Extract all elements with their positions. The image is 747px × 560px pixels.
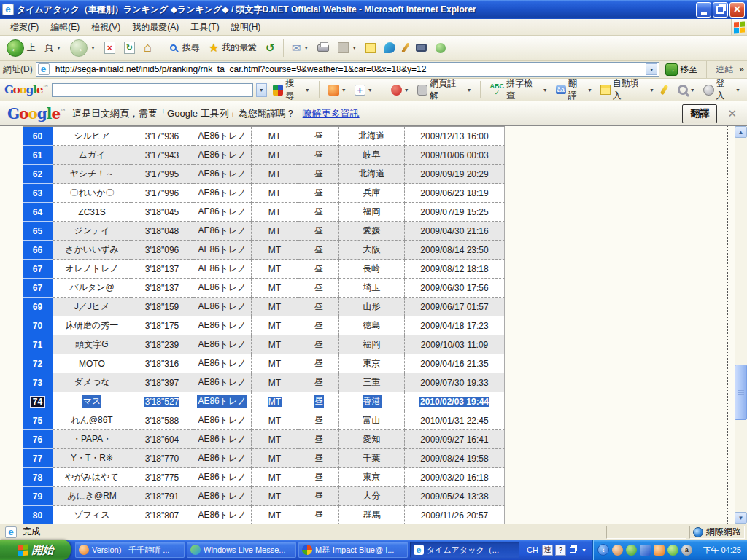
table-row[interactable]: 64ZC31S3'18"045AE86トレノMT昼福岡2009/07/19 15… [23, 203, 505, 222]
table-row[interactable]: 65ジンテイ3'18"048AE86トレノMT昼愛媛2009/04/30 21:… [23, 222, 505, 241]
back-button[interactable]: 上一頁 ▼ [3, 38, 65, 58]
go-button[interactable]: 移至 [662, 63, 700, 77]
taskbar-clock[interactable]: 下午 04:25 [703, 545, 741, 556]
translate-caret-icon[interactable]: ▼ [587, 88, 592, 93]
google-search-button[interactable]: 搜尋 ▼ [271, 76, 312, 104]
scrollbar-thumb[interactable] [735, 365, 747, 420]
forward-button[interactable]: ▼ [66, 38, 99, 58]
language-band[interactable]: CH 速? ▼ [527, 545, 587, 556]
table-row[interactable]: 60シルヒア3'17"936AE86トレノMT昼北海道2009/12/13 16… [23, 127, 505, 146]
home-button[interactable] [140, 39, 155, 57]
table-row[interactable]: 66さかいいずみ3'18"096AE86トレノMT昼大阪2009/08/14 2… [23, 241, 505, 260]
search-button[interactable]: 搜尋 [165, 40, 204, 55]
add-caret-icon[interactable]: ▼ [368, 88, 373, 93]
table-row[interactable]: 67オレノトレノ3'18"137AE86トレノMT昼長崎2009/08/12 1… [23, 260, 505, 279]
sidewiki-caret-icon[interactable]: ▼ [467, 88, 472, 93]
mail-button[interactable]: ▼ [288, 40, 313, 56]
language-restore-icon[interactable] [570, 547, 576, 553]
ttplayer-cat-icon[interactable] [654, 545, 665, 556]
table-row[interactable]: 74マス3'18"527AE86トレノMT昼香港2010/02/03 19:44 [23, 392, 505, 411]
pet-tool-button[interactable] [432, 42, 449, 55]
back-dropdown-icon[interactable]: ▼ [56, 45, 61, 50]
popup-blocker-button[interactable]: ▼ [389, 83, 411, 97]
bookmarks-caret-icon[interactable]: ▼ [341, 88, 347, 93]
task-button[interactable]: Version) - 千千静听 ... [75, 542, 185, 558]
minimize-button[interactable] [696, 2, 711, 18]
table-row[interactable]: 73ダメつな3'18"397AE86トレノMT昼三重2009/07/30 19:… [23, 373, 505, 392]
pen-tool-button[interactable] [400, 41, 411, 55]
notify-close-icon[interactable]: ✕ [724, 107, 740, 120]
table-row[interactable]: 70床研磨の秀一3'18"175AE86トレノMT昼徳島2009/04/18 1… [23, 316, 505, 335]
edit-button[interactable]: ▼ [334, 41, 360, 55]
refresh-button[interactable] [120, 40, 139, 55]
windows-update-icon[interactable] [640, 545, 651, 556]
autofill-button[interactable]: 自動填入 ▼ [598, 76, 657, 104]
address-url[interactable]: http://sega-initiald.net/inid5/p/ranking… [55, 64, 643, 74]
vertical-scrollbar[interactable]: ▲ ▼ [735, 126, 747, 524]
menu-item[interactable]: 檢視(V) [85, 19, 126, 36]
discuss-button[interactable] [362, 42, 379, 55]
task-button[interactable]: タイムアタック（... [410, 542, 519, 558]
learn-more-link[interactable]: 瞭解更多資訊 [303, 107, 360, 120]
table-row[interactable]: 75れん@86T3'18"588AE86トレノMT昼富山2010/01/31 2… [23, 411, 505, 430]
translate-tool-button[interactable]: àa 翻譯 ▼ [554, 76, 595, 104]
scroll-up-icon[interactable]: ▲ [735, 126, 747, 138]
menu-item[interactable]: 說明(H) [225, 19, 267, 36]
table-row[interactable]: 80ゾフィス3'18"807AE86トレノMT昼群馬2009/11/26 20:… [23, 506, 505, 524]
research-button[interactable] [412, 42, 430, 53]
table-row[interactable]: 63〇れいか〇3'17"996AE86トレノMT昼兵庫2009/06/23 18… [23, 184, 505, 203]
edit-dropdown-icon[interactable]: ▼ [352, 45, 357, 50]
options-caret-icon[interactable]: ▼ [690, 88, 695, 93]
highlighter-button[interactable] [660, 83, 668, 96]
mail-dropdown-icon[interactable]: ▼ [303, 45, 309, 50]
autofill-caret-icon[interactable]: ▼ [649, 88, 654, 93]
restore-button[interactable] [713, 2, 728, 18]
toolbar-options-button[interactable]: ▼ [676, 83, 697, 96]
table-row[interactable]: 79あにき@RM3'18"791AE86トレノMT昼大分2009/05/24 1… [23, 487, 505, 506]
sidewiki-button[interactable]: 網頁註解 ▼ [415, 76, 474, 104]
table-row[interactable]: 76・PAPA・3'18"604AE86トレノMT昼愛知2009/09/27 1… [23, 430, 505, 449]
print-button[interactable] [314, 43, 333, 53]
menu-item[interactable]: 檔案(F) [4, 19, 44, 36]
google-search-dropdown-icon[interactable]: ▼ [256, 83, 267, 97]
green-ball-icon[interactable] [667, 545, 678, 556]
spellcheck-button[interactable]: ABC✓ 拼字檢查 ▼ [487, 76, 549, 104]
messenger-status-icon[interactable] [626, 545, 637, 556]
table-row[interactable]: 71頭文字G3'18"239AE86トレノMT昼福岡2009/10/03 11:… [23, 335, 505, 354]
spellcheck-caret-icon[interactable]: ▼ [543, 88, 548, 93]
messenger-button[interactable] [381, 41, 399, 55]
bookmarks-button[interactable]: ▼ [326, 83, 349, 97]
address-input[interactable]: http://sega-initiald.net/inid5/p/ranking… [36, 62, 660, 77]
google-search-input[interactable] [52, 83, 253, 97]
menu-item[interactable]: 編輯(E) [44, 19, 85, 36]
close-button[interactable] [729, 2, 745, 18]
table-row[interactable]: 72MOTO3'18"316AE86トレノMT昼東京2009/04/16 21:… [23, 354, 505, 373]
signin-button[interactable]: 登入 ▼ [701, 76, 743, 104]
google-search-caret-icon[interactable]: ▼ [305, 88, 310, 93]
add-bookmark-button[interactable]: + ▼ [352, 83, 375, 97]
table-row[interactable]: 67バルタン@3'18"137AE86トレノMT昼埼玉2009/06/30 17… [23, 279, 505, 298]
letter-a-icon[interactable]: a [681, 545, 692, 556]
table-row[interactable]: 78やがみはやて3'18"775AE86トレノMT昼東京2009/03/20 1… [23, 468, 505, 487]
task-button[interactable]: Windows Live Messe... [187, 542, 296, 558]
language-caret-icon[interactable]: ▼ [581, 548, 587, 553]
menu-item[interactable]: 工具(T) [185, 19, 225, 36]
ime-button[interactable]: ? [555, 545, 566, 556]
table-row[interactable]: 77Y・T・R※3'18"770AE86トレノMT昼千葉2009/08/24 1… [23, 449, 505, 468]
favorites-button[interactable]: 我的最愛 [205, 39, 260, 56]
task-button[interactable]: M群-Impact Blue@ I... [298, 542, 408, 558]
forward-dropdown-icon[interactable]: ▼ [90, 45, 96, 50]
start-button[interactable]: 開始 [0, 540, 71, 560]
translate-page-button[interactable]: 翻譯 [682, 104, 717, 123]
ime-button[interactable]: 速 [542, 545, 553, 556]
signin-caret-icon[interactable]: ▼ [735, 88, 740, 93]
table-row[interactable]: 69J／Jヒメ3'18"159AE86トレノMT昼山形2009/06/17 01… [23, 298, 505, 316]
links-overflow-icon[interactable]: » [739, 64, 744, 74]
address-dropdown-icon[interactable]: ▼ [646, 63, 657, 75]
links-label[interactable]: 連結 [713, 63, 736, 76]
table-row[interactable]: 61ムガイ3'17"943AE86トレノMT昼岐阜2009/10/06 00:0… [23, 146, 505, 165]
stop-button[interactable] [101, 40, 119, 55]
language-indicator[interactable]: CH [527, 545, 538, 554]
history-button[interactable] [262, 40, 279, 56]
table-row[interactable]: 62ヤシチ！～3'17"995AE86トレノMT昼北海道2009/09/19 2… [23, 165, 505, 184]
